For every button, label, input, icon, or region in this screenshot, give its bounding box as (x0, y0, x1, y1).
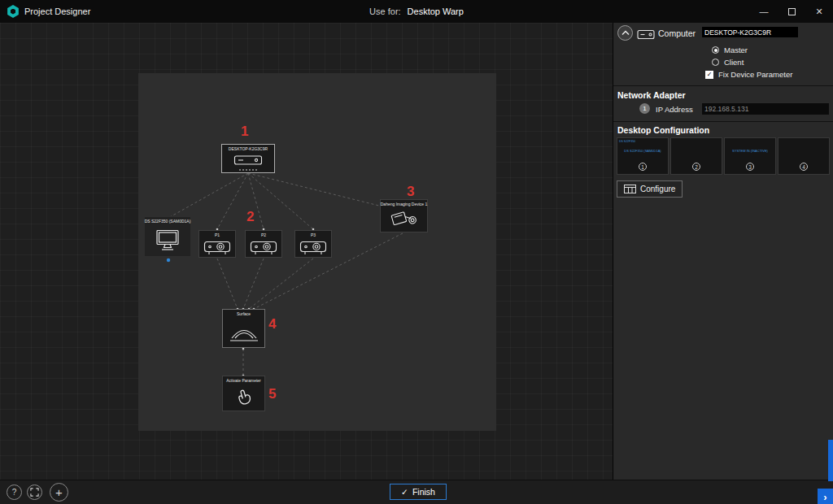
help-button[interactable]: ? (7, 484, 22, 500)
surface-icon (228, 317, 260, 347)
projector-icon (299, 238, 327, 257)
fix-device-label: Fix Device Parameter (718, 70, 792, 79)
desktop-configuration-header: Desktop Configuration (617, 125, 709, 135)
divider (613, 85, 833, 86)
node-computer-label: DESKTOP-K2G3C9R (229, 146, 268, 152)
fix-device-checkbox[interactable]: ✓ (705, 71, 713, 79)
minimize-button[interactable]: — (750, 0, 778, 23)
client-radio-label: Client (724, 58, 744, 67)
finish-button-label: Finish (412, 487, 435, 497)
step-badge-4: 4 (268, 317, 276, 332)
display-thumbnails: DS S22F350 DS S22F350 (SAM0D1A) 1 2 SYST… (617, 137, 830, 175)
display-thumb-number: 2 (692, 163, 700, 171)
scrollbar-thumb[interactable] (828, 440, 833, 481)
step-badge-5: 5 (268, 387, 276, 402)
divider (613, 121, 833, 122)
computer-icon (233, 152, 263, 168)
display-thumb-caption: SYSTEM IN (INACTIVE) (725, 149, 775, 153)
master-radio-row[interactable]: Master (712, 46, 748, 54)
node-surface-label: Surface (237, 311, 251, 317)
computer-name-input[interactable] (701, 26, 799, 38)
maximize-icon (788, 8, 796, 15)
node-computer[interactable]: DESKTOP-K2G3C9R (221, 144, 275, 173)
node-display[interactable]: DS S22F350 (SAM0D1A) (144, 216, 191, 257)
display-thumb-1[interactable]: DS S22F350 DS S22F350 (SAM0D1A) 1 (617, 137, 669, 175)
client-radio[interactable] (712, 59, 719, 66)
projector-icon (250, 238, 277, 257)
step-badge-3: 3 (407, 185, 414, 199)
computer-ports (239, 169, 257, 171)
use-for-value: Desktop Warp (408, 7, 464, 16)
client-radio-row[interactable]: Client (712, 58, 744, 67)
node-projector-3[interactable]: P3 (294, 230, 332, 258)
node-activate-parameter[interactable]: Activate Parameter (222, 376, 265, 411)
display-thumb-number: 4 (800, 163, 808, 171)
display-thumb-caption: DS S22F350 (SAM0D1A) (617, 149, 668, 153)
hand-tap-icon (234, 384, 254, 411)
computer-label: Computer (658, 28, 696, 38)
fit-view-button[interactable] (27, 484, 42, 500)
node-projector-2[interactable]: P2 (245, 230, 282, 258)
configure-button-label: Configure (640, 185, 675, 193)
chevron-up-icon (621, 30, 630, 36)
titlebar: Project Designer Use for: Desktop Warp —… (0, 0, 833, 23)
collapse-panel-button[interactable] (617, 25, 633, 41)
display-thumb-4[interactable]: 4 (778, 137, 830, 175)
computer-icon (637, 28, 655, 43)
display-thumb-number: 3 (746, 163, 754, 171)
finish-button[interactable]: ✓ Finish (390, 484, 447, 500)
node-activate-parameter-label: Activate Parameter (226, 378, 261, 384)
display-thumb-2[interactable]: 2 (670, 137, 722, 175)
step-badge-1: 1 (241, 124, 248, 139)
display-thumb-corner-text: DS S22F350 (619, 140, 635, 143)
configure-button[interactable]: Configure (617, 180, 683, 198)
master-radio[interactable] (712, 46, 719, 54)
use-for-indicator: Use for: Desktop Warp (0, 0, 833, 23)
adapter-number-badge: 1 (639, 103, 650, 114)
node-display-label: DS S22F350 (SAM0D1A) (145, 219, 191, 224)
node-projector-3-label: P3 (311, 232, 316, 238)
bottombar: ? + ✓ Finish › (0, 480, 833, 504)
node-projector-2-label: P2 (261, 232, 266, 238)
master-radio-label: Master (724, 46, 748, 54)
next-panel-button[interactable]: › (818, 489, 833, 504)
ip-address-label: IP Address (656, 105, 693, 114)
monitor-icon (155, 224, 181, 256)
properties-sidebar: Computer Master Client ✓ Fix Device Para… (613, 23, 833, 480)
node-surface[interactable]: Surface (222, 309, 265, 348)
display-thumb-number: 1 (639, 163, 647, 171)
project-designer-window: Project Designer Use for: Desktop Warp —… (0, 0, 833, 504)
camera-icon (391, 207, 417, 232)
node-camera[interactable]: Daheng Imaging Device 1 (380, 199, 428, 232)
ip-address-input[interactable] (701, 102, 830, 115)
node-projector-1[interactable]: P1 (198, 230, 236, 258)
node-camera-label: Daheng Imaging Device 1 (381, 202, 428, 207)
grid-icon (624, 185, 636, 193)
display-thumb-3[interactable]: SYSTEM IN (INACTIVE) 3 (724, 137, 776, 175)
projector-icon (203, 238, 231, 257)
check-icon: ✓ (401, 487, 408, 497)
window-controls: — ✕ (750, 0, 833, 23)
step-badge-2: 2 (246, 210, 254, 224)
add-button[interactable]: + (50, 483, 68, 502)
network-adapter-header: Network Adapter (617, 90, 686, 100)
node-projector-1-label: P1 (215, 232, 220, 238)
design-canvas[interactable]: DESKTOP-K2G3C9R DS S22F350 (SAM0D1A) (0, 23, 613, 480)
fix-device-row[interactable]: ✓ Fix Device Parameter (705, 70, 792, 79)
expand-icon (30, 488, 39, 497)
close-button[interactable]: ✕ (805, 0, 833, 23)
maximize-button[interactable] (778, 0, 805, 23)
use-for-label: Use for: (369, 7, 401, 16)
